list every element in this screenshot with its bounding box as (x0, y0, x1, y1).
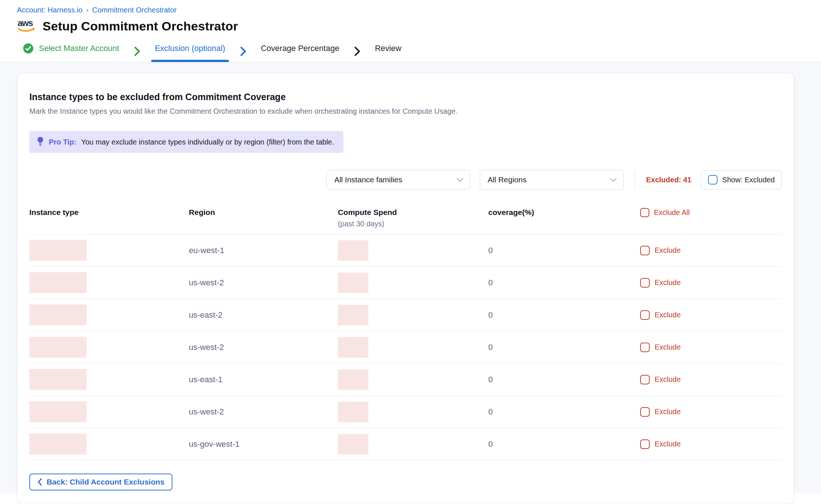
exclude-all-toggle[interactable]: Exclude All (640, 208, 782, 217)
exclude-all-label: Exclude All (654, 208, 690, 217)
protip-banner: Pro Tip: You may exclude instance types … (29, 131, 343, 153)
column-header-region: Region (189, 208, 338, 217)
exclusion-card: Instance types to be excluded from Commi… (18, 73, 793, 504)
step-label: Select Master Account (39, 44, 119, 53)
card-subheading: Mark the Instance types you would like t… (29, 107, 782, 116)
exclude-row-toggle[interactable]: Exclude (640, 439, 782, 449)
coverage-cell: 0 (488, 439, 640, 449)
breadcrumb-account-link[interactable]: Account: Harness.io (17, 6, 83, 14)
coverage-cell: 0 (488, 246, 640, 255)
chevron-right-icon (354, 46, 360, 56)
step-exclusion[interactable]: Exclusion (optional) (151, 41, 229, 61)
breadcrumb: Account: Harness.io › Commitment Orchest… (17, 6, 821, 14)
region-cell: us-west-2 (189, 278, 338, 288)
exclude-row-toggle[interactable]: Exclude (640, 246, 782, 255)
compute-spend-redacted-block (338, 305, 368, 325)
svg-text:aws: aws (18, 18, 33, 28)
exclude-row-toggle[interactable]: Exclude (640, 343, 782, 352)
region-cell: us-west-2 (189, 343, 338, 352)
exclude-row-checkbox[interactable] (640, 278, 650, 288)
region-cell: us-gov-west-1 (189, 439, 338, 449)
exclude-row-label: Exclude (654, 343, 680, 351)
table-row: us-west-2 0 Exclude (29, 396, 782, 428)
exclude-row-toggle[interactable]: Exclude (640, 310, 782, 320)
column-header-coverage: coverage(%) (488, 208, 640, 217)
step-review[interactable]: Review (371, 41, 405, 61)
compute-spend-redacted-block (338, 402, 368, 422)
instance-type-redacted-block (29, 369, 87, 390)
chevron-left-icon (37, 478, 42, 486)
compute-spend-redacted-block (338, 434, 368, 454)
compute-spend-redacted-block (338, 273, 368, 293)
table-body: eu-west-1 0 Exclude us-west-2 0 Exclude (29, 234, 782, 460)
page-title: Setup Commitment Orchestrator (43, 19, 238, 33)
exclude-row-toggle[interactable]: Exclude (640, 375, 782, 384)
table-row: us-east-2 0 Exclude (29, 299, 782, 331)
coverage-cell: 0 (488, 343, 640, 352)
stepper: Select Master Account Exclusion (optiona… (17, 41, 821, 62)
instance-type-redacted-block (29, 272, 87, 293)
chevron-right-icon (134, 46, 140, 56)
back-button-label: Back: Child Account Exclusions (47, 478, 164, 486)
coverage-cell: 0 (488, 278, 640, 288)
filters-row: All Instance families All Regions Exclud… (29, 170, 782, 190)
step-label: Coverage Percentage (261, 44, 339, 53)
step-label: Review (375, 44, 401, 53)
instance-type-redacted-block (29, 434, 87, 454)
exclude-row-checkbox[interactable] (640, 375, 650, 384)
check-circle-icon (23, 43, 34, 54)
region-select[interactable]: All Regions (480, 170, 624, 190)
exclude-row-checkbox[interactable] (640, 439, 650, 449)
region-cell: us-west-2 (189, 407, 338, 417)
show-excluded-label: Show: Excluded (722, 176, 775, 184)
exclude-row-checkbox[interactable] (640, 310, 650, 320)
breadcrumb-page-link[interactable]: Commitment Orchestrator (92, 6, 176, 14)
instance-family-select-value: All Instance families (334, 175, 402, 184)
table-row: us-gov-west-1 0 Exclude (29, 428, 782, 460)
title-row: aws Setup Commitment Orchestrator (17, 18, 821, 34)
exclude-row-toggle[interactable]: Exclude (640, 407, 782, 417)
exclude-row-label: Exclude (654, 311, 680, 319)
protip-text: You may exclude instance types individua… (81, 138, 334, 146)
instance-type-redacted-block (29, 337, 87, 358)
exclude-row-label: Exclude (654, 440, 680, 448)
table-row: us-west-2 0 Exclude (29, 331, 782, 364)
back-child-account-exclusions-button[interactable]: Back: Child Account Exclusions (29, 474, 172, 490)
exclude-row-checkbox[interactable] (640, 343, 650, 352)
table-row: us-west-2 0 Exclude (29, 267, 782, 299)
step-label: Exclusion (optional) (155, 44, 225, 53)
exclude-all-checkbox[interactable] (640, 208, 649, 217)
exclude-row-checkbox[interactable] (640, 407, 650, 417)
protip-label: Pro Tip: (49, 138, 76, 146)
exclude-row-checkbox[interactable] (640, 246, 650, 255)
instance-type-redacted-block (29, 240, 87, 261)
exclude-row-label: Exclude (654, 278, 680, 287)
exclude-row-label: Exclude (654, 375, 680, 384)
instance-type-redacted-block (29, 304, 87, 325)
aws-logo-icon: aws (17, 18, 37, 34)
content-background: Instance types to be excluded from Commi… (0, 62, 821, 493)
coverage-cell: 0 (488, 310, 640, 320)
coverage-cell: 0 (488, 375, 640, 384)
step-coverage-percentage[interactable]: Coverage Percentage (257, 41, 343, 61)
vertical-divider (635, 171, 635, 188)
region-cell: us-east-1 (189, 375, 338, 384)
compute-spend-redacted-block (338, 369, 368, 390)
instance-type-redacted-block (29, 401, 87, 422)
chevron-down-icon (610, 178, 617, 182)
coverage-cell: 0 (488, 407, 640, 417)
step-select-master-account[interactable]: Select Master Account (19, 41, 123, 62)
show-excluded-toggle[interactable]: Show: Excluded (701, 170, 782, 189)
region-cell: eu-west-1 (189, 246, 338, 255)
table-row: eu-west-1 0 Exclude (29, 234, 782, 267)
column-header-compute-spend-note: (past 30 days) (338, 220, 488, 228)
top-bar: Account: Harness.io › Commitment Orchest… (0, 0, 821, 62)
exclude-row-toggle[interactable]: Exclude (640, 278, 782, 288)
table-row: us-east-1 0 Exclude (29, 364, 782, 396)
show-excluded-checkbox[interactable] (708, 175, 718, 185)
breadcrumb-chevron-icon: › (86, 6, 88, 14)
instance-family-select[interactable]: All Instance families (326, 170, 470, 190)
exclude-row-label: Exclude (654, 246, 680, 255)
region-select-value: All Regions (488, 175, 526, 184)
lightbulb-icon (37, 136, 44, 147)
